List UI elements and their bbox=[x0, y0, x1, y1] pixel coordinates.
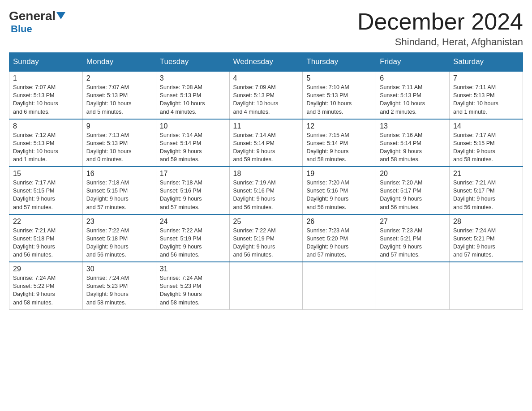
day-number: 19 bbox=[306, 170, 372, 178]
calendar-day-cell: 17Sunrise: 7:18 AM Sunset: 5:16 PM Dayli… bbox=[156, 167, 229, 214]
calendar-week-row: 8Sunrise: 7:12 AM Sunset: 5:13 PM Daylig… bbox=[9, 119, 523, 167]
calendar-day-cell: 20Sunrise: 7:20 AM Sunset: 5:17 PM Dayli… bbox=[376, 167, 450, 214]
day-number: 26 bbox=[306, 218, 372, 226]
day-number: 23 bbox=[86, 218, 152, 226]
calendar-day-cell: 30Sunrise: 7:24 AM Sunset: 5:23 PM Dayli… bbox=[82, 262, 156, 309]
day-number: 3 bbox=[160, 74, 226, 82]
calendar-day-cell: 25Sunrise: 7:22 AM Sunset: 5:19 PM Dayli… bbox=[229, 214, 303, 262]
day-info: Sunrise: 7:20 AM Sunset: 5:17 PM Dayligh… bbox=[380, 179, 446, 211]
calendar-day-cell bbox=[303, 262, 376, 309]
day-number: 13 bbox=[380, 122, 446, 130]
day-info: Sunrise: 7:19 AM Sunset: 5:16 PM Dayligh… bbox=[233, 179, 299, 211]
day-number: 4 bbox=[233, 74, 299, 82]
calendar-day-cell: 22Sunrise: 7:21 AM Sunset: 5:18 PM Dayli… bbox=[9, 214, 83, 262]
day-info: Sunrise: 7:07 AM Sunset: 5:13 PM Dayligh… bbox=[13, 83, 79, 116]
day-info: Sunrise: 7:23 AM Sunset: 5:21 PM Dayligh… bbox=[380, 227, 446, 259]
calendar-week-row: 29Sunrise: 7:24 AM Sunset: 5:22 PM Dayli… bbox=[9, 262, 523, 309]
calendar-day-cell: 31Sunrise: 7:24 AM Sunset: 5:23 PM Dayli… bbox=[156, 262, 229, 309]
day-info: Sunrise: 7:11 AM Sunset: 5:13 PM Dayligh… bbox=[453, 83, 519, 116]
day-info: Sunrise: 7:24 AM Sunset: 5:22 PM Dayligh… bbox=[13, 274, 79, 307]
day-number: 15 bbox=[13, 170, 79, 178]
day-info: Sunrise: 7:18 AM Sunset: 5:15 PM Dayligh… bbox=[86, 179, 152, 211]
calendar-day-cell: 5Sunrise: 7:10 AM Sunset: 5:13 PM Daylig… bbox=[303, 71, 376, 119]
day-info: Sunrise: 7:21 AM Sunset: 5:17 PM Dayligh… bbox=[453, 179, 519, 211]
day-number: 7 bbox=[453, 74, 519, 82]
logo-triangle-icon bbox=[56, 12, 65, 19]
day-number: 20 bbox=[380, 170, 446, 178]
logo: General Blue bbox=[9, 9, 65, 35]
day-info: Sunrise: 7:24 AM Sunset: 5:21 PM Dayligh… bbox=[453, 227, 519, 259]
day-info: Sunrise: 7:17 AM Sunset: 5:15 PM Dayligh… bbox=[13, 179, 79, 211]
calendar-day-cell: 29Sunrise: 7:24 AM Sunset: 5:22 PM Dayli… bbox=[9, 262, 83, 309]
calendar-day-cell: 12Sunrise: 7:15 AM Sunset: 5:14 PM Dayli… bbox=[303, 119, 376, 167]
title-block: December 2024 Shindand, Herat, Afghanist… bbox=[357, 9, 523, 48]
day-number: 16 bbox=[86, 170, 152, 178]
day-info: Sunrise: 7:23 AM Sunset: 5:20 PM Dayligh… bbox=[306, 227, 372, 259]
calendar-day-header: Monday bbox=[82, 53, 156, 72]
day-info: Sunrise: 7:22 AM Sunset: 5:19 PM Dayligh… bbox=[233, 227, 299, 259]
calendar-day-cell: 28Sunrise: 7:24 AM Sunset: 5:21 PM Dayli… bbox=[450, 214, 523, 262]
day-number: 10 bbox=[160, 122, 226, 130]
calendar-day-header: Saturday bbox=[450, 53, 523, 72]
calendar-day-cell: 6Sunrise: 7:11 AM Sunset: 5:13 PM Daylig… bbox=[376, 71, 450, 119]
day-info: Sunrise: 7:16 AM Sunset: 5:14 PM Dayligh… bbox=[380, 131, 446, 164]
day-number: 25 bbox=[233, 218, 299, 226]
calendar-day-cell: 27Sunrise: 7:23 AM Sunset: 5:21 PM Dayli… bbox=[376, 214, 450, 262]
calendar-day-cell: 10Sunrise: 7:14 AM Sunset: 5:14 PM Dayli… bbox=[156, 119, 229, 167]
day-number: 31 bbox=[160, 265, 226, 273]
day-number: 8 bbox=[13, 122, 79, 130]
day-info: Sunrise: 7:18 AM Sunset: 5:16 PM Dayligh… bbox=[160, 179, 226, 211]
day-info: Sunrise: 7:10 AM Sunset: 5:13 PM Dayligh… bbox=[306, 83, 372, 116]
calendar-day-cell: 3Sunrise: 7:08 AM Sunset: 5:13 PM Daylig… bbox=[156, 71, 229, 119]
calendar-table: SundayMondayTuesdayWednesdayThursdayFrid… bbox=[9, 52, 523, 310]
day-info: Sunrise: 7:24 AM Sunset: 5:23 PM Dayligh… bbox=[160, 274, 226, 307]
calendar-day-header: Thursday bbox=[303, 53, 376, 72]
day-info: Sunrise: 7:21 AM Sunset: 5:18 PM Dayligh… bbox=[13, 227, 79, 259]
day-info: Sunrise: 7:20 AM Sunset: 5:16 PM Dayligh… bbox=[306, 179, 372, 211]
calendar-day-cell: 2Sunrise: 7:07 AM Sunset: 5:13 PM Daylig… bbox=[82, 71, 156, 119]
day-number: 24 bbox=[160, 218, 226, 226]
day-info: Sunrise: 7:17 AM Sunset: 5:15 PM Dayligh… bbox=[453, 131, 519, 164]
day-number: 6 bbox=[380, 74, 446, 82]
calendar-day-cell: 11Sunrise: 7:14 AM Sunset: 5:14 PM Dayli… bbox=[229, 119, 303, 167]
calendar-day-header: Sunday bbox=[9, 53, 83, 72]
day-number: 11 bbox=[233, 122, 299, 130]
day-number: 18 bbox=[233, 170, 299, 178]
day-info: Sunrise: 7:09 AM Sunset: 5:13 PM Dayligh… bbox=[233, 83, 299, 116]
day-number: 28 bbox=[453, 218, 519, 226]
day-number: 2 bbox=[86, 74, 152, 82]
calendar-day-cell: 16Sunrise: 7:18 AM Sunset: 5:15 PM Dayli… bbox=[82, 167, 156, 214]
logo-text: General bbox=[9, 9, 65, 23]
calendar-day-cell: 14Sunrise: 7:17 AM Sunset: 5:15 PM Dayli… bbox=[450, 119, 523, 167]
calendar-day-cell: 7Sunrise: 7:11 AM Sunset: 5:13 PM Daylig… bbox=[450, 71, 523, 119]
logo-general-text: General bbox=[9, 9, 56, 23]
day-info: Sunrise: 7:24 AM Sunset: 5:23 PM Dayligh… bbox=[86, 274, 152, 307]
calendar-day-cell: 13Sunrise: 7:16 AM Sunset: 5:14 PM Dayli… bbox=[376, 119, 450, 167]
calendar-day-header: Wednesday bbox=[229, 53, 303, 72]
calendar-day-cell: 1Sunrise: 7:07 AM Sunset: 5:13 PM Daylig… bbox=[9, 71, 83, 119]
calendar-day-cell: 19Sunrise: 7:20 AM Sunset: 5:16 PM Dayli… bbox=[303, 167, 376, 214]
day-number: 12 bbox=[306, 122, 372, 130]
calendar-day-header: Tuesday bbox=[156, 53, 229, 72]
day-number: 22 bbox=[13, 218, 79, 226]
page-header: General Blue December 2024 Shindand, Her… bbox=[9, 9, 523, 48]
calendar-day-cell: 9Sunrise: 7:13 AM Sunset: 5:13 PM Daylig… bbox=[82, 119, 156, 167]
calendar-day-cell: 23Sunrise: 7:22 AM Sunset: 5:18 PM Dayli… bbox=[82, 214, 156, 262]
day-info: Sunrise: 7:13 AM Sunset: 5:13 PM Dayligh… bbox=[86, 131, 152, 164]
day-number: 27 bbox=[380, 218, 446, 226]
calendar-day-cell: 4Sunrise: 7:09 AM Sunset: 5:13 PM Daylig… bbox=[229, 71, 303, 119]
day-number: 1 bbox=[13, 74, 79, 82]
day-number: 21 bbox=[453, 170, 519, 178]
calendar-week-row: 1Sunrise: 7:07 AM Sunset: 5:13 PM Daylig… bbox=[9, 71, 523, 119]
day-info: Sunrise: 7:22 AM Sunset: 5:18 PM Dayligh… bbox=[86, 227, 152, 259]
calendar-day-header: Friday bbox=[376, 53, 450, 72]
calendar-day-cell: 8Sunrise: 7:12 AM Sunset: 5:13 PM Daylig… bbox=[9, 119, 83, 167]
calendar-week-row: 22Sunrise: 7:21 AM Sunset: 5:18 PM Dayli… bbox=[9, 214, 523, 262]
day-info: Sunrise: 7:07 AM Sunset: 5:13 PM Dayligh… bbox=[86, 83, 152, 116]
day-info: Sunrise: 7:12 AM Sunset: 5:13 PM Dayligh… bbox=[13, 131, 79, 164]
day-number: 14 bbox=[453, 122, 519, 130]
day-info: Sunrise: 7:15 AM Sunset: 5:14 PM Dayligh… bbox=[306, 131, 372, 164]
day-info: Sunrise: 7:11 AM Sunset: 5:13 PM Dayligh… bbox=[380, 83, 446, 116]
calendar-day-cell bbox=[450, 262, 523, 309]
calendar-day-cell: 21Sunrise: 7:21 AM Sunset: 5:17 PM Dayli… bbox=[450, 167, 523, 214]
